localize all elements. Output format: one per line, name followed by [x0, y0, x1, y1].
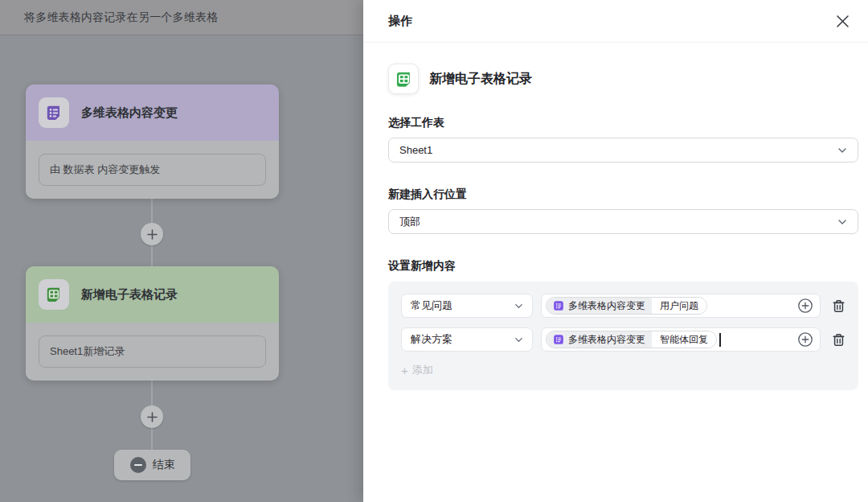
column-select[interactable]: 常见问题: [401, 294, 533, 318]
chip-field-label: 用户问题: [652, 298, 706, 314]
spreadsheet-icon: [394, 69, 414, 89]
chevron-down-icon: [837, 146, 847, 155]
mapping-row: 常见问题: [401, 294, 845, 318]
chip-field-label: 智能体回复: [652, 331, 716, 348]
chip-source-label: 多维表格内容变更: [568, 333, 645, 347]
end-minus-icon: [130, 457, 146, 473]
delete-row-button[interactable]: [832, 333, 845, 347]
workflow-canvas: 将多维表格内容记录在另一个多维表格 多维表格内容变更 由 数据表 内容变更触发: [0, 0, 363, 502]
column-select[interactable]: 解决方案: [401, 327, 533, 352]
node-description: Sheet1新增记录: [39, 335, 266, 368]
chevron-down-icon: [514, 335, 523, 344]
workflow-topbar: 将多维表格内容记录在另一个多维表格: [0, 0, 363, 35]
action-identity: 新增电子表格记录: [388, 64, 858, 94]
chip-source-label: 多维表格内容变更: [568, 299, 645, 313]
node-body: Sheet1新增记录: [26, 323, 279, 381]
plus-icon: +: [401, 364, 408, 376]
content-section-label: 设置新增内容: [388, 259, 858, 274]
add-mapping-row-button[interactable]: + 添加: [401, 363, 433, 377]
spreadsheet-icon: [44, 285, 63, 304]
trash-icon: [832, 333, 845, 347]
add-label: 添加: [412, 363, 433, 377]
workflow-automation-app: 将多维表格内容记录在另一个多维表格 多维表格内容变更 由 数据表 内容变更触发: [0, 0, 868, 502]
node-header: 多维表格内容变更: [26, 84, 279, 141]
sheet-icon-tile: [388, 64, 419, 94]
delete-row-button[interactable]: [832, 299, 845, 313]
plus-circle-icon: [797, 298, 813, 314]
variable-chip[interactable]: 多维表格内容变更 用户问题: [546, 297, 707, 315]
node-title: 多维表格内容变更: [81, 105, 178, 121]
bitable-icon: [44, 103, 63, 122]
add-step-button[interactable]: [141, 405, 163, 428]
column-value: 常见问题: [411, 298, 452, 313]
mapping-row: 解决方案: [401, 327, 845, 352]
variable-chip[interactable]: 多维表格内容变更 智能体回复: [546, 331, 717, 348]
value-input[interactable]: 多维表格内容变更 用户问题: [541, 294, 821, 318]
workflow-title: 将多维表格内容记录在另一个多维表格: [24, 10, 218, 25]
value-input[interactable]: 多维表格内容变更 智能体回复: [541, 327, 821, 352]
chip-source: 多维表格内容变更: [547, 298, 652, 314]
node-bitable-trigger[interactable]: 多维表格内容变更 由 数据表 内容变更触发: [26, 84, 279, 199]
bitable-icon: [553, 300, 564, 311]
action-config-drawer: 操作 新增电子表格记录 选择工作表 Shee: [363, 0, 868, 502]
insert-position-select[interactable]: 顶部: [388, 209, 858, 234]
bitable-icon-tile: [39, 97, 69, 128]
chevron-down-icon: [514, 302, 523, 311]
node-description: 由 数据表 内容变更触发: [39, 154, 266, 186]
insert-variable-button[interactable]: [797, 298, 813, 314]
action-title: 新增电子表格记录: [429, 71, 532, 88]
drawer-title: 操作: [388, 14, 412, 29]
add-step-button[interactable]: [141, 223, 163, 245]
text-cursor: [719, 333, 721, 347]
plus-icon: [147, 412, 158, 422]
plus-circle-icon: [797, 331, 813, 348]
close-icon: [836, 14, 850, 28]
close-button[interactable]: [831, 10, 854, 32]
chevron-down-icon: [837, 217, 847, 227]
worksheet-select[interactable]: Sheet1: [388, 138, 858, 163]
end-node[interactable]: 结束: [114, 450, 190, 480]
drawer-body: 新增电子表格记录 选择工作表 Sheet1 新建插入行位置 顶部 设置新增内容: [363, 43, 868, 390]
trash-icon: [832, 299, 845, 313]
end-label: 结束: [153, 458, 175, 472]
worksheet-value: Sheet1: [399, 144, 432, 156]
worksheet-label: 选择工作表: [388, 116, 858, 130]
bitable-icon: [553, 334, 564, 345]
chip-source: 多维表格内容变更: [547, 331, 652, 348]
drawer-header: 操作: [363, 0, 868, 43]
column-value: 解决方案: [411, 332, 452, 347]
plus-icon: [147, 229, 158, 240]
insert-position-label: 新建插入行位置: [388, 187, 858, 202]
node-title: 新增电子表格记录: [81, 287, 178, 302]
node-body: 由 数据表 内容变更触发: [26, 141, 279, 199]
insert-variable-button[interactable]: [797, 331, 813, 348]
sheet-icon-tile: [39, 279, 69, 310]
node-sheet-action[interactable]: 新增电子表格记录 Sheet1新增记录: [26, 266, 279, 381]
insert-position-value: 顶部: [399, 215, 420, 229]
node-header: 新增电子表格记录: [26, 266, 279, 323]
content-mapping-panel: 常见问题: [388, 282, 858, 390]
